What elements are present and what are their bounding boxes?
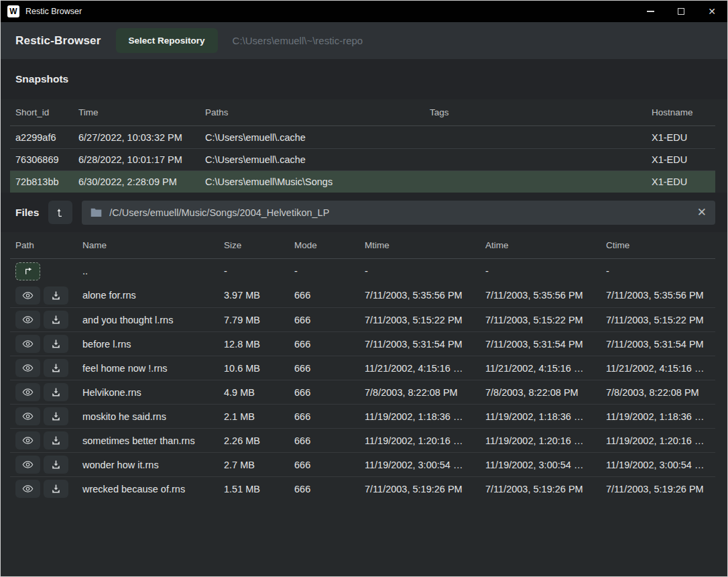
- eye-icon: [22, 483, 34, 494]
- file-mode: -: [289, 266, 359, 276]
- download-file-button[interactable]: [44, 335, 68, 353]
- file-mode: 666: [289, 339, 359, 350]
- preview-file-button[interactable]: [15, 311, 40, 329]
- snapshot-short-id: 76306869: [10, 154, 73, 165]
- file-atime: 11/19/2002, 1:20:16 …: [480, 435, 601, 446]
- eye-icon: [22, 411, 34, 422]
- file-row-actions: [10, 480, 77, 498]
- file-name: Helvikone.rns: [77, 387, 219, 398]
- file-ctime: -: [601, 266, 715, 276]
- snapshot-paths: C:\Users\emuell\.cache: [200, 154, 424, 165]
- file-row-actions: [10, 286, 77, 305]
- snapshot-hostname: X1-EDU: [646, 154, 715, 165]
- file-ctime: 11/19/2002, 3:00:54 …: [601, 460, 715, 470]
- file-name: ..: [77, 266, 219, 276]
- download-file-button[interactable]: [44, 359, 68, 377]
- go-parent-directory-button[interactable]: [15, 262, 40, 280]
- column-header-tags: Tags: [424, 107, 646, 117]
- file-atime: 7/11/2003, 5:15:22 PM: [480, 315, 601, 325]
- wails-logo-icon: W: [7, 5, 19, 17]
- preview-file-button[interactable]: [15, 407, 40, 425]
- eye-icon: [22, 362, 34, 374]
- file-atime: 7/8/2003, 8:22:08 PM: [480, 387, 601, 398]
- files-table-body: alone for.rns 3.97 MB 666 7/11/2003, 5:3…: [1, 283, 727, 501]
- file-name: before l.rns: [77, 339, 219, 350]
- snapshot-hostname: X1-EDU: [646, 176, 715, 187]
- eye-icon: [22, 338, 34, 350]
- page-title: Restic-Browser: [15, 34, 101, 48]
- download-file-button[interactable]: [44, 407, 68, 425]
- file-size: 2.1 MB: [219, 411, 289, 422]
- column-header-time: Time: [73, 107, 200, 117]
- file-name: wrecked because of.rns: [77, 484, 219, 494]
- column-header-mode: Mode: [289, 240, 359, 250]
- preview-file-button[interactable]: [15, 383, 40, 401]
- file-mode: 666: [289, 411, 359, 422]
- parent-dir-icon: [23, 266, 34, 276]
- file-mtime: 11/21/2002, 4:15:16 …: [359, 363, 480, 374]
- file-mtime: 7/11/2003, 5:31:54 PM: [359, 339, 480, 350]
- file-size: -: [219, 266, 289, 276]
- preview-file-button[interactable]: [15, 335, 40, 353]
- file-row-actions: [10, 359, 77, 377]
- file-mode: 666: [289, 435, 359, 446]
- download-file-button[interactable]: [44, 480, 68, 498]
- snapshot-row[interactable]: 72b813bb 6/30/2022, 2:28:09 PM C:\Users\…: [10, 170, 715, 193]
- clear-path-button[interactable]: ✕: [697, 207, 707, 218]
- preview-file-button[interactable]: [15, 456, 40, 474]
- file-mtime: 11/19/2002, 1:20:16 …: [359, 435, 480, 446]
- file-ctime: 7/8/2003, 8:22:08 PM: [601, 387, 715, 398]
- file-mtime: 7/11/2003, 5:15:22 PM: [359, 315, 480, 325]
- close-icon: ✕: [708, 7, 716, 16]
- column-header-name: Name: [77, 240, 219, 250]
- window-controls: ✕: [635, 1, 727, 22]
- preview-file-button[interactable]: [15, 431, 40, 450]
- file-ctime: 7/11/2003, 5:15:22 PM: [601, 315, 715, 325]
- snapshot-paths: C:\Users\emuell\Music\Songs: [200, 176, 424, 187]
- file-atime: 11/21/2002, 4:15:16 …: [480, 363, 601, 374]
- download-file-button[interactable]: [44, 311, 68, 329]
- file-row-actions: [10, 431, 77, 450]
- window-title: Restic Browser: [25, 7, 82, 16]
- column-header-mtime: Mtime: [359, 240, 480, 250]
- file-row: sometimes better than.rns 2.26 MB 666 11…: [10, 428, 715, 452]
- snapshot-row[interactable]: 76306869 6/28/2022, 10:01:17 PM C:\Users…: [10, 148, 715, 170]
- preview-file-button[interactable]: [15, 286, 40, 305]
- download-icon: [51, 291, 61, 301]
- current-path-bar[interactable]: /C/Users/emuell/Music/Songs/2004_Helveti…: [82, 201, 715, 225]
- download-file-button[interactable]: [44, 383, 68, 401]
- file-name: wonder how it.rns: [77, 460, 219, 470]
- file-row-actions: [10, 456, 77, 474]
- file-row: wrecked because of.rns 1.51 MB 666 7/11/…: [10, 476, 715, 501]
- select-repository-button[interactable]: Select Repository: [116, 28, 218, 53]
- preview-file-button[interactable]: [15, 480, 40, 498]
- current-path-text: /C/Users/emuell/Music/Songs/2004_Helveti…: [109, 207, 329, 218]
- snapshot-row[interactable]: a2299af6 6/27/2022, 10:03:32 PM C:\Users…: [10, 126, 715, 148]
- file-row-actions: [10, 383, 77, 401]
- snapshot-time: 6/27/2022, 10:03:32 PM: [73, 132, 200, 143]
- preview-file-button[interactable]: [15, 359, 40, 377]
- close-button[interactable]: ✕: [696, 1, 727, 22]
- parent-directory-row: .. - - - - -: [10, 259, 715, 283]
- file-name: alone for.rns: [77, 290, 219, 301]
- folder-icon: [90, 207, 102, 217]
- maximize-button[interactable]: [666, 1, 696, 22]
- minimize-button[interactable]: [635, 1, 666, 22]
- eye-icon: [22, 290, 34, 301]
- snapshots-table: Short_id Time Paths Tags Hostname a2299a…: [1, 99, 727, 193]
- file-row: moskito he said.rns 2.1 MB 666 11/19/200…: [10, 404, 715, 428]
- column-header-path: Path: [10, 240, 77, 250]
- download-file-button[interactable]: [44, 431, 68, 450]
- snapshot-short-id: a2299af6: [10, 132, 73, 143]
- titlebar: W Restic Browser ✕: [1, 1, 727, 22]
- download-file-button[interactable]: [44, 286, 68, 305]
- download-icon: [51, 339, 61, 349]
- snapshot-short-id: 72b813bb: [10, 176, 73, 187]
- download-file-button[interactable]: [44, 456, 68, 474]
- open-parent-button[interactable]: [48, 201, 72, 224]
- eye-icon: [22, 459, 34, 470]
- download-icon: [51, 315, 61, 325]
- eye-icon: [22, 435, 34, 446]
- file-row: wonder how it.rns 2.7 MB 666 11/19/2002,…: [10, 452, 715, 476]
- eye-icon: [22, 386, 34, 398]
